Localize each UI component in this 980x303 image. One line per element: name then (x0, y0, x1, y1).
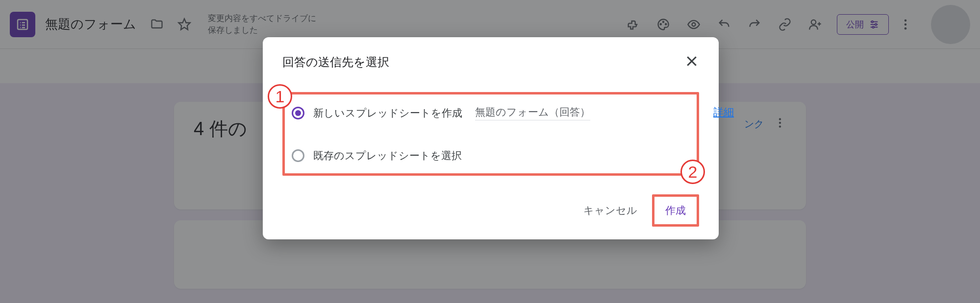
response-destination-dialog: 回答の送信先を選択 新しいスプレッドシートを作成 無題のフォーム（回答） 既存の… (263, 37, 719, 239)
option-existing-label: 既存のスプレッドシートを選択 (313, 149, 462, 163)
radio-unselected-icon (292, 149, 304, 162)
new-spreadsheet-name-input[interactable]: 無題のフォーム（回答） (475, 105, 590, 120)
create-button[interactable]: 作成 (654, 197, 697, 224)
cancel-button[interactable]: キャンセル (574, 197, 647, 224)
destination-options: 新しいスプレッドシートを作成 無題のフォーム（回答） 既存のスプレッドシートを選… (282, 92, 699, 176)
radio-selected-icon (292, 107, 304, 119)
option-existing-spreadsheet[interactable]: 既存のスプレッドシートを選択 (292, 145, 690, 166)
details-link[interactable]: 詳細 (713, 105, 734, 119)
dialog-title: 回答の送信先を選択 (282, 54, 389, 70)
close-icon (684, 54, 699, 69)
option-new-spreadsheet[interactable]: 新しいスプレッドシートを作成 無題のフォーム（回答） (292, 101, 690, 124)
annotation-badge-1: 1 (268, 84, 292, 109)
dialog-actions: キャンセル 作成 (282, 194, 699, 227)
annotation-badge-2: 2 (680, 160, 705, 184)
close-button[interactable] (684, 54, 699, 70)
create-button-highlight: 作成 (652, 194, 699, 227)
option-new-label: 新しいスプレッドシートを作成 (313, 106, 462, 120)
